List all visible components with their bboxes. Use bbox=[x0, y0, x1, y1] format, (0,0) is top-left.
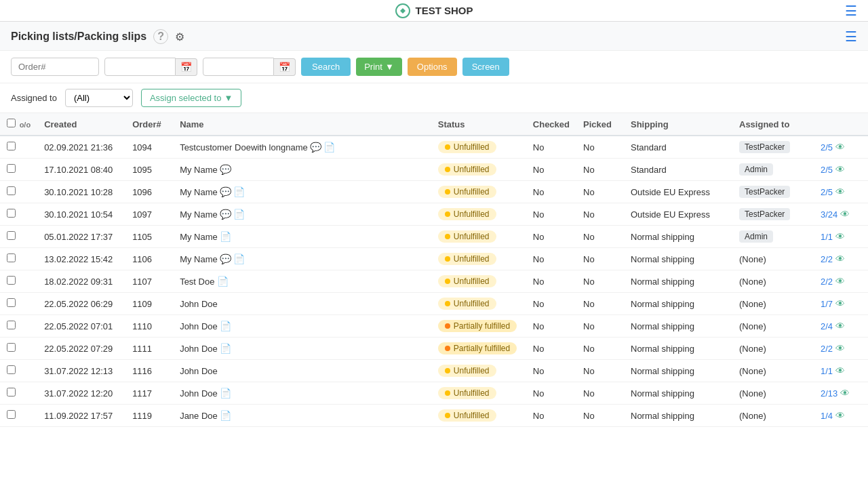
count-link[interactable]: 2/5 bbox=[821, 165, 833, 175]
eye-icon[interactable]: 👁 bbox=[835, 365, 845, 376]
row-count-cell: 2/5 👁 bbox=[814, 181, 868, 203]
status-dot bbox=[445, 368, 450, 373]
settings-button[interactable]: ⚙ bbox=[175, 30, 184, 43]
doc-icon[interactable]: 📄 bbox=[233, 186, 245, 197]
orders-table-wrap: o/o Created Order# Name Status Checked P… bbox=[0, 113, 868, 427]
status-label: Unfulfilled bbox=[454, 232, 490, 241]
doc-icon[interactable]: 📄 bbox=[233, 253, 245, 264]
row-checkbox[interactable] bbox=[7, 365, 16, 374]
doc-icon[interactable]: 📄 bbox=[220, 410, 231, 421]
select-all-checkbox[interactable] bbox=[7, 119, 16, 127]
eye-icon[interactable]: 👁 bbox=[835, 164, 845, 175]
assign-selected-button[interactable]: Assign selected to ▼ bbox=[141, 89, 241, 107]
print-button[interactable]: Print ▼ bbox=[356, 58, 402, 76]
row-checkbox[interactable] bbox=[7, 253, 16, 262]
count-link[interactable]: 2/13 bbox=[821, 388, 837, 399]
doc-icon[interactable]: 📄 bbox=[220, 343, 231, 354]
chat-icon[interactable]: 💬 bbox=[220, 253, 231, 264]
col-header-checkbox: o/o bbox=[0, 113, 37, 136]
eye-icon[interactable]: 👁 bbox=[840, 388, 850, 399]
row-checkbox[interactable] bbox=[7, 410, 16, 419]
assignee-none: (None) bbox=[739, 299, 766, 309]
assigned-to-select[interactable]: (All) Admin TestPacker bbox=[65, 89, 133, 107]
eye-icon[interactable]: 👁 bbox=[835, 321, 845, 331]
eye-icon[interactable]: 👁 bbox=[835, 343, 845, 354]
status-label: Unfulfilled bbox=[454, 388, 490, 398]
col-header-name: Name bbox=[173, 113, 431, 136]
name-text: My Name bbox=[180, 165, 218, 175]
help-button[interactable]: ? bbox=[153, 29, 168, 44]
doc-icon[interactable]: 📄 bbox=[323, 142, 335, 152]
count-link[interactable]: 1/4 bbox=[821, 411, 833, 421]
row-created: 13.02.2022 15:42 bbox=[37, 248, 125, 270]
doc-icon[interactable]: 📄 bbox=[233, 209, 245, 220]
row-checkbox-cell bbox=[0, 159, 37, 181]
eye-icon[interactable]: 👁 bbox=[835, 142, 845, 152]
search-button[interactable]: Search bbox=[301, 58, 351, 76]
eye-icon[interactable]: 👁 bbox=[840, 209, 850, 220]
row-status: Unfulfilled bbox=[431, 270, 526, 293]
menu-icon-right[interactable]: ☰ bbox=[845, 28, 857, 45]
row-checkbox[interactable] bbox=[7, 276, 16, 285]
row-picked: No bbox=[576, 226, 624, 248]
row-checked: No bbox=[526, 181, 576, 203]
eye-icon[interactable]: 👁 bbox=[835, 410, 845, 421]
count-link[interactable]: 3/24 bbox=[821, 209, 837, 220]
eye-icon[interactable]: 👁 bbox=[835, 298, 845, 309]
count-link[interactable]: 2/5 bbox=[821, 142, 833, 152]
eye-icon[interactable]: 👁 bbox=[835, 231, 845, 242]
row-assigned: (None) bbox=[732, 405, 814, 427]
count-link[interactable]: 2/2 bbox=[821, 344, 833, 354]
doc-icon[interactable]: 📄 bbox=[220, 231, 231, 242]
status-badge: Unfulfilled bbox=[438, 186, 496, 198]
doc-icon[interactable]: 📄 bbox=[217, 276, 229, 287]
row-checkbox[interactable] bbox=[7, 343, 16, 352]
chat-icon[interactable]: 💬 bbox=[310, 142, 321, 152]
row-assigned: (None) bbox=[732, 293, 814, 315]
row-checkbox[interactable] bbox=[7, 186, 16, 195]
row-checked: No bbox=[526, 338, 576, 360]
row-checkbox[interactable] bbox=[7, 164, 16, 173]
row-checkbox[interactable] bbox=[7, 321, 16, 329]
row-checkbox[interactable] bbox=[7, 231, 16, 240]
doc-icon[interactable]: 📄 bbox=[220, 388, 231, 399]
row-checkbox[interactable] bbox=[7, 142, 16, 150]
count-link[interactable]: 1/1 bbox=[821, 232, 833, 242]
row-checkbox[interactable] bbox=[7, 298, 16, 307]
count-link[interactable]: 2/5 bbox=[821, 187, 833, 197]
doc-icon[interactable]: 📄 bbox=[220, 321, 231, 331]
row-order: 1110 bbox=[125, 315, 173, 338]
row-status: Unfulfilled bbox=[431, 248, 526, 270]
row-checkbox[interactable] bbox=[7, 209, 16, 218]
status-badge: Partially fulfilled bbox=[438, 342, 517, 354]
row-checkbox[interactable] bbox=[7, 388, 16, 396]
count-link[interactable]: 2/2 bbox=[821, 254, 833, 264]
order-input[interactable] bbox=[11, 58, 99, 76]
eye-icon[interactable]: 👁 bbox=[835, 253, 845, 264]
row-status: Unfulfilled bbox=[431, 382, 526, 405]
row-count-cell: 2/2 👁 bbox=[814, 338, 868, 360]
name-text: My Name bbox=[180, 209, 218, 220]
row-name: Test Doe 📄 bbox=[173, 270, 431, 293]
count-link[interactable]: 2/2 bbox=[821, 277, 833, 287]
options-button[interactable]: Options bbox=[408, 58, 457, 76]
date-to-input[interactable]: 05.10.2022 bbox=[203, 58, 274, 76]
screen-button[interactable]: Screen bbox=[462, 58, 509, 76]
chat-icon[interactable]: 💬 bbox=[220, 186, 231, 197]
hamburger-icon[interactable]: ☰ bbox=[845, 3, 857, 19]
row-picked: No bbox=[576, 181, 624, 203]
status-badge: Unfulfilled bbox=[438, 409, 496, 422]
assignee-badge: TestPacker bbox=[739, 186, 790, 198]
chat-icon[interactable]: 💬 bbox=[220, 209, 231, 220]
count-link[interactable]: 2/4 bbox=[821, 321, 833, 331]
date-from-calendar-button[interactable]: 📅 bbox=[176, 58, 197, 76]
date-from-input[interactable]: 10.08.2021 bbox=[104, 58, 176, 76]
eye-icon[interactable]: 👁 bbox=[835, 186, 845, 197]
row-picked: No bbox=[576, 360, 624, 382]
date-to-calendar-button[interactable]: 📅 bbox=[274, 58, 296, 76]
name-text: My Name bbox=[180, 187, 218, 197]
count-link[interactable]: 1/7 bbox=[821, 299, 833, 309]
chat-icon[interactable]: 💬 bbox=[220, 164, 231, 175]
eye-icon[interactable]: 👁 bbox=[835, 276, 845, 287]
count-link[interactable]: 1/1 bbox=[821, 366, 833, 376]
